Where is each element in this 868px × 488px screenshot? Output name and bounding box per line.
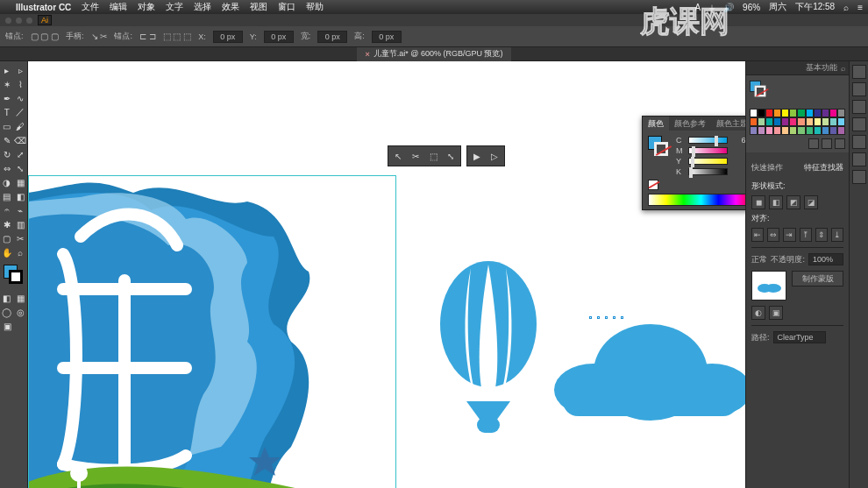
swatch-cell[interactable] bbox=[789, 109, 797, 117]
notification-center-icon[interactable]: ≡ bbox=[857, 3, 863, 12]
swatch-cell[interactable] bbox=[829, 109, 837, 117]
swatch-cell[interactable] bbox=[750, 126, 758, 135]
dock-icon-5[interactable] bbox=[852, 135, 866, 149]
dock-icon-6[interactable] bbox=[852, 152, 866, 166]
draw-normal-icon[interactable]: ◯ bbox=[0, 305, 14, 319]
tab-color-guide[interactable]: 颜色参考 bbox=[669, 117, 711, 131]
align-anchor-group[interactable]: ⊏ ⊐ bbox=[139, 32, 156, 41]
tab-color-themes[interactable]: 颜色主题 bbox=[711, 117, 745, 131]
anchor-convert-group[interactable]: ▢ ▢ ▢ bbox=[31, 32, 60, 41]
screen-mode-icon[interactable]: ▣ bbox=[0, 319, 14, 333]
canvas[interactable]: ↖ ✂ ⬚ ⤡ ▶ ▷ 颜色 颜色参考 颜色主题 bbox=[28, 61, 745, 488]
menu-file[interactable]: 文件 bbox=[82, 1, 99, 13]
eyedropper-tool[interactable]: 𝄐 bbox=[0, 203, 14, 217]
swatch-cell[interactable] bbox=[773, 117, 781, 126]
direct-selection-tool[interactable]: ▹ bbox=[14, 63, 28, 77]
swatch-cell[interactable] bbox=[806, 117, 814, 126]
slice-tool[interactable]: ✂ bbox=[14, 231, 28, 245]
swatch-cell[interactable] bbox=[758, 117, 765, 126]
swatch-cell[interactable] bbox=[750, 109, 758, 117]
ft2-icon-a[interactable]: ▶ bbox=[469, 148, 485, 164]
menu-help[interactable]: 帮助 bbox=[306, 1, 324, 13]
draw-behind-icon[interactable]: ◎ bbox=[14, 305, 28, 319]
swatch-grid[interactable] bbox=[750, 109, 845, 135]
swatch-cell[interactable] bbox=[797, 117, 805, 126]
hand-tool[interactable]: ✋ bbox=[0, 245, 14, 259]
swatch-cell[interactable] bbox=[837, 117, 845, 126]
align-hcenter-icon[interactable]: ⇔ bbox=[767, 228, 779, 242]
color-panel-tabs[interactable]: 颜色 颜色参考 颜色主题 bbox=[643, 117, 745, 131]
blend-tool[interactable]: ⌁ bbox=[14, 203, 28, 217]
color-spectrum[interactable] bbox=[648, 194, 745, 206]
y-field[interactable]: 0 px bbox=[264, 31, 294, 43]
magic-wand-tool[interactable]: ✶ bbox=[0, 77, 14, 91]
menu-type[interactable]: 文字 bbox=[166, 1, 183, 13]
pathfinder-row-1[interactable]: ◼ ◧ ◩ ◪ bbox=[751, 195, 843, 209]
app-name-menu[interactable]: Illustrator CC bbox=[16, 3, 71, 12]
swatches-panel[interactable] bbox=[746, 75, 849, 152]
swatch-cell[interactable] bbox=[773, 109, 781, 117]
swatch-cell[interactable] bbox=[806, 109, 814, 117]
slider-m[interactable]: M8.2% bbox=[676, 146, 745, 155]
swatch-cell[interactable] bbox=[765, 109, 773, 117]
swatch-cell[interactable] bbox=[758, 126, 765, 135]
menu-select[interactable]: 选择 bbox=[194, 1, 211, 13]
slider-c[interactable]: C67.31% bbox=[676, 136, 745, 145]
free-transform-tool[interactable]: ⤡ bbox=[14, 161, 28, 175]
minus-front-icon[interactable]: ◧ bbox=[769, 195, 783, 209]
align-row[interactable]: ⇤ ⇔ ⇥ ⤒ ⇕ ⤓ bbox=[751, 228, 843, 242]
ft1-icon-d[interactable]: ⤡ bbox=[443, 148, 459, 164]
swatch-cell[interactable] bbox=[829, 126, 837, 135]
swatch-cell[interactable] bbox=[814, 117, 822, 126]
w-field[interactable]: 0 px bbox=[317, 31, 347, 43]
symbol-sprayer-tool[interactable]: ✱ bbox=[0, 217, 14, 231]
opacity-field[interactable]: 100% bbox=[808, 253, 843, 265]
h-field[interactable]: 0 px bbox=[372, 31, 402, 43]
exclude-icon[interactable]: ◪ bbox=[804, 195, 818, 209]
menu-window[interactable]: 窗口 bbox=[278, 1, 295, 13]
swatch-cell[interactable] bbox=[765, 126, 773, 135]
window-controls[interactable] bbox=[5, 18, 32, 24]
handle-group[interactable]: ↘ ✂ bbox=[91, 32, 108, 41]
swatches-fill-stroke[interactable] bbox=[750, 81, 768, 99]
swatch-cell[interactable] bbox=[814, 109, 822, 117]
swatch-cell[interactable] bbox=[822, 109, 829, 117]
swatch-menu-icon[interactable] bbox=[808, 138, 819, 149]
slider-y[interactable]: Y5.14% bbox=[676, 157, 745, 166]
align-vcenter-icon[interactable]: ⇕ bbox=[815, 228, 828, 242]
slider-k[interactable]: K0% bbox=[676, 167, 745, 176]
swatch-cell[interactable] bbox=[806, 126, 814, 135]
swatch-cell[interactable] bbox=[750, 117, 758, 126]
dock-icon-3[interactable] bbox=[852, 100, 866, 114]
rectangle-tool[interactable]: ▭ bbox=[0, 119, 14, 133]
swatch-cell[interactable] bbox=[837, 109, 845, 117]
x-field[interactable]: 0 px bbox=[213, 31, 243, 43]
color-mode-icon[interactable]: ◧ bbox=[0, 291, 14, 305]
eraser-tool[interactable]: ⌫ bbox=[14, 133, 28, 147]
align-right-icon[interactable]: ⇥ bbox=[783, 228, 795, 242]
width-tool[interactable]: ⇔ bbox=[0, 161, 14, 175]
pathfinder-field[interactable]: ClearType bbox=[773, 331, 826, 343]
menu-effect[interactable]: 效果 bbox=[222, 1, 239, 13]
ft2-icon-b[interactable]: ▷ bbox=[487, 148, 502, 164]
status-volume-icon[interactable]: 🔊 bbox=[723, 3, 734, 12]
align-top-icon[interactable]: ⤒ bbox=[800, 228, 812, 242]
scale-tool[interactable]: ⤢ bbox=[14, 147, 28, 161]
swatch-cell[interactable] bbox=[789, 126, 797, 135]
menu-object[interactable]: 对象 bbox=[138, 1, 155, 13]
opacity-mask-thumb[interactable] bbox=[751, 271, 786, 301]
selection-tool[interactable]: ▸ bbox=[0, 63, 14, 77]
swatch-cell[interactable] bbox=[822, 126, 829, 135]
swatch-cell[interactable] bbox=[829, 117, 837, 126]
ft1-icon-c[interactable]: ⬚ bbox=[425, 148, 441, 164]
gradient-tool[interactable]: ◧ bbox=[14, 189, 28, 203]
ft1-icon-a[interactable]: ↖ bbox=[390, 148, 406, 164]
graph-tool[interactable]: ▥ bbox=[14, 217, 28, 231]
document-tab[interactable]: × 儿童节.ai* @ 600% (RGB/GPU 预览) bbox=[357, 47, 512, 61]
swatch-cell[interactable] bbox=[765, 117, 773, 126]
swatch-cell[interactable] bbox=[773, 126, 781, 135]
dock-icon-1[interactable] bbox=[852, 65, 866, 79]
pen-tool[interactable]: ✒ bbox=[0, 91, 14, 105]
swatch-cell[interactable] bbox=[837, 126, 845, 135]
swatch-cell[interactable] bbox=[797, 126, 805, 135]
